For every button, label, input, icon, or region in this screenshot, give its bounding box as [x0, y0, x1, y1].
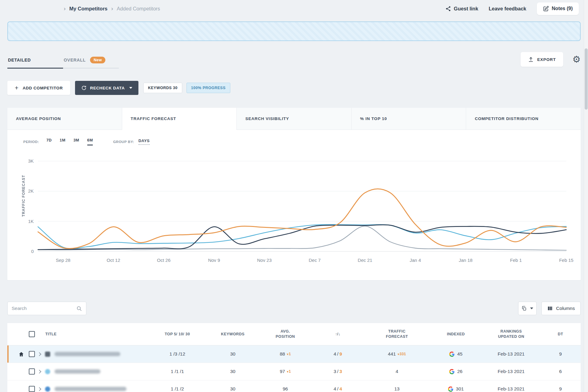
add-competitor-label: ADD COMPETITOR — [23, 86, 63, 90]
period-option-6m[interactable]: 6M — [87, 138, 93, 145]
chart-tab-average-position[interactable]: AVERAGE POSITION — [7, 108, 122, 130]
chart-tab-label: SEARCH VISIBILITY — [245, 116, 289, 121]
table-row[interactable]: 1 /1 /1 30 97 ▾1 3/3 4 26 Feb-13 2021 6 — [7, 363, 581, 380]
row-checkbox[interactable] — [29, 351, 35, 357]
cell-dt: 9 — [540, 386, 581, 392]
recheck-data-button[interactable]: RECHECK DATA — [75, 81, 138, 95]
leave-feedback-button[interactable]: Leave feedback — [489, 6, 526, 12]
guest-link-label: Guest link — [454, 6, 478, 12]
guest-link-button[interactable]: Guest link — [445, 6, 478, 12]
cell-top-5-10-30: 1 /3 /12 — [148, 351, 206, 357]
cell-up-down: 4/4 — [311, 386, 364, 392]
view-tabs: DETAILED OVERALL New — [7, 55, 119, 69]
add-competitor-button[interactable]: + ADD COMPETITOR — [7, 81, 70, 95]
svg-text:Oct 12: Oct 12 — [107, 258, 120, 263]
notes-button[interactable]: Notes (9) — [537, 2, 579, 15]
row-expand-chevron-icon[interactable] — [37, 387, 41, 391]
columns-label: Columns — [556, 306, 575, 311]
table-row[interactable]: 1 /3 /12 30 88 ▾1 4/9 441 ▾331 45 Feb-13… — [7, 345, 581, 363]
down-arrow-icon: ▾ — [398, 352, 399, 356]
table-row[interactable]: 1 /1 /2 30 96 4/4 13 301 Feb-13 2021 9 — [7, 380, 581, 392]
cell-top-5-10-30: 1 /1 /1 — [148, 369, 206, 374]
chart-tabs: AVERAGE POSITION TRAFFIC FORECAST SEARCH… — [7, 108, 581, 130]
search-icon — [76, 306, 82, 311]
group-by-value-dropdown[interactable]: DAYS — [138, 138, 150, 145]
topbar: › My Competitors › Added Competitors Gue… — [0, 0, 588, 17]
traffic-forecast-chart: TRAFFIC FORECAST 01K2K3KSep 28Oct 12Oct … — [7, 147, 581, 270]
chart-tab-competitor-distribution[interactable]: COMPETITOR DISTRIBUTION — [466, 108, 581, 130]
row-expand-chevron-icon[interactable] — [37, 352, 41, 356]
site-title-redacted — [55, 369, 100, 374]
down-arrow-icon: ▾ — [287, 352, 288, 356]
copy-view-button[interactable] — [518, 302, 537, 315]
tab-overall[interactable]: OVERALL New — [63, 55, 119, 69]
chart-tab-traffic-forecast[interactable]: TRAFFIC FORECAST — [122, 108, 237, 130]
cell-rankings-updated: Feb-13 2021 — [482, 369, 540, 374]
select-all-checkbox[interactable] — [29, 331, 35, 337]
cell-up-down: 4/9 — [311, 351, 364, 357]
export-label: EXPORT — [537, 57, 556, 62]
svg-text:Dec 21: Dec 21 — [358, 258, 372, 263]
settings-gear-icon[interactable]: ⚙ — [572, 55, 581, 64]
site-title-redacted — [55, 387, 126, 391]
cell-indexed: 45 — [430, 351, 482, 357]
header-top-5-10-30: TOP 5/ 10/ 30 — [148, 332, 206, 337]
svg-text:Sep 28: Sep 28 — [56, 258, 70, 263]
competitors-table: TITLE TOP 5/ 10/ 30 KEYWORDS AVG. POSITI… — [7, 323, 581, 392]
header-dt: DT — [540, 332, 581, 337]
refresh-icon — [81, 85, 87, 91]
period-label: PERIOD: — [23, 140, 39, 144]
search-input[interactable] — [12, 306, 76, 311]
info-banner — [7, 21, 581, 41]
google-icon — [448, 386, 453, 392]
cell-rankings-updated: Feb-13 2021 — [482, 386, 540, 392]
svg-text:Jan 18: Jan 18 — [459, 258, 473, 263]
table-view-actions: Columns — [518, 302, 581, 315]
columns-button[interactable]: Columns — [541, 302, 581, 315]
svg-text:Nov 23: Nov 23 — [257, 258, 272, 263]
columns-icon — [547, 306, 553, 311]
home-icon — [18, 351, 24, 357]
edit-note-icon — [543, 6, 549, 12]
svg-text:1K: 1K — [28, 219, 34, 224]
svg-text:0: 0 — [31, 249, 34, 254]
row-checkbox[interactable] — [29, 386, 35, 392]
site-favicon — [45, 386, 50, 392]
chevron-down-icon — [129, 87, 132, 89]
period-option-1m[interactable]: 1M — [60, 138, 66, 145]
copy-icon — [521, 306, 527, 311]
page-scrollbar-track — [584, 0, 588, 392]
chart-tab-label: COMPETITOR DISTRIBUTION — [475, 116, 538, 121]
row-checkbox[interactable] — [29, 368, 35, 375]
chevron-right-icon: › — [111, 6, 113, 11]
breadcrumb-my-competitors[interactable]: My Competitors — [69, 6, 107, 12]
site-favicon — [45, 369, 50, 374]
table-header-row: TITLE TOP 5/ 10/ 30 KEYWORDS AVG. POSITI… — [7, 323, 581, 345]
export-area: EXPORT ⚙ — [521, 52, 581, 67]
cell-indexed: 301 — [430, 386, 482, 392]
export-button[interactable]: EXPORT — [521, 52, 563, 67]
cell-indexed: 26 — [430, 369, 482, 374]
tab-detailed-label: DETAILED — [8, 58, 31, 62]
cell-keywords: 30 — [206, 386, 259, 392]
site-title-redacted — [55, 352, 120, 356]
svg-text:Jan 4: Jan 4 — [410, 258, 421, 263]
group-by-label: GROUP BY: — [113, 140, 134, 144]
period-option-3m[interactable]: 3M — [74, 138, 79, 145]
down-arrow-icon: ▾ — [287, 370, 288, 373]
cell-dt: 9 — [540, 351, 581, 357]
notes-label: Notes (9) — [552, 6, 573, 11]
view-tabs-row: DETAILED OVERALL New EXPORT ⚙ — [7, 52, 581, 69]
page-scrollbar-thumb[interactable] — [585, 48, 588, 110]
period-option-7d[interactable]: 7D — [46, 138, 51, 145]
y-axis-label: TRAFFIC FORECAST — [21, 175, 26, 217]
keywords-count-chip: KEYWORDS 30 — [143, 83, 182, 93]
chart-tab-label: % IN TOP 10 — [360, 116, 387, 121]
cell-rankings-updated: Feb-13 2021 — [482, 351, 540, 357]
row-expand-chevron-icon[interactable] — [37, 370, 41, 374]
chart-tab-search-visibility[interactable]: SEARCH VISIBILITY — [236, 108, 351, 130]
chart-tab-percent-in-top-10[interactable]: % IN TOP 10 — [351, 108, 466, 130]
topbar-actions: Guest link Leave feedback Notes (9) — [445, 2, 579, 15]
tab-detailed[interactable]: DETAILED — [7, 55, 63, 69]
header-indexed: INDEXED — [430, 332, 482, 337]
